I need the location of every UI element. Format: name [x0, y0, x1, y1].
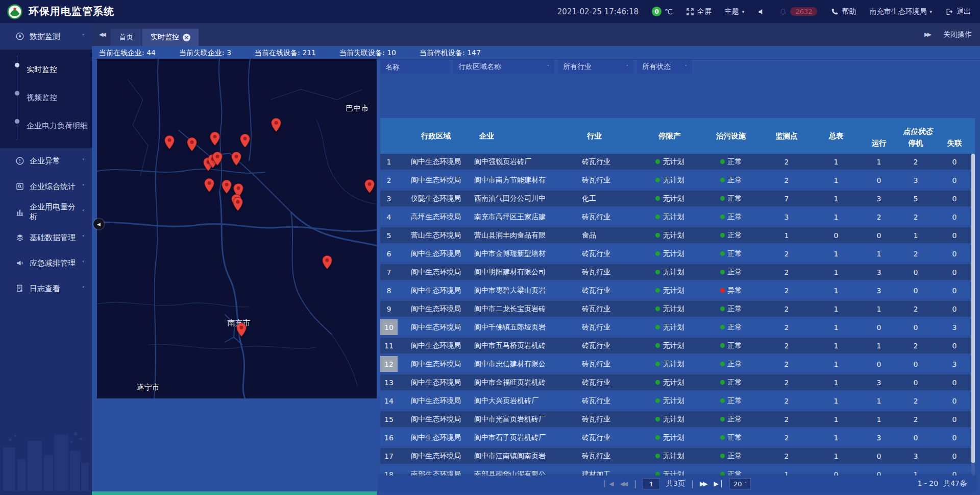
- map-pin-icon[interactable]: [271, 117, 282, 132]
- table-row[interactable]: 15 阆中生态环境局 阆中市光富页岩机砖厂 砖瓦行业 无计划 正常 2 1 1 …: [380, 411, 975, 427]
- status-dot-green: [655, 196, 660, 201]
- sidebar-group-data-monitoring[interactable]: 数据监测 ˅: [0, 23, 92, 50]
- map-pin-icon[interactable]: [210, 131, 220, 146]
- cell-company: 阆中明阳建材有限公司: [474, 268, 582, 277]
- sidebar-group[interactable]: 应急减排管理 ˂: [0, 250, 92, 276]
- cell-company: 阆中市光富页岩机砖厂: [474, 415, 582, 424]
- cell-lost: 0: [934, 397, 975, 405]
- cell-points: 2: [762, 268, 812, 276]
- cell-limit: 无计划: [639, 268, 700, 277]
- cell-limit: 无计划: [639, 323, 700, 332]
- cell-lost: 0: [934, 268, 975, 276]
- table-row[interactable]: 5 营山生态环境局 营山县润丰肉食品有限 食品 无计划 正常 1 0 0 1 0: [380, 227, 975, 243]
- table-scrollbar[interactable]: [971, 154, 975, 476]
- tab-label: 实时监控: [151, 33, 179, 42]
- sidebar-group[interactable]: 企业用电量分析 ˂: [0, 199, 92, 225]
- prev-page-button[interactable]: ◀◀: [620, 480, 627, 487]
- table-row[interactable]: 7 阆中生态环境局 阆中明阳建材有限公司 砖瓦行业 无计划 正常 2 1 3 0…: [380, 264, 975, 280]
- table-row[interactable]: 13 阆中生态环境局 阆中市金福旺页岩机砖 砖瓦行业 无计划 正常 2 1 3 …: [380, 374, 975, 390]
- region-filter-select[interactable]: 行政区域名称 ˅: [453, 60, 554, 74]
- tab-close-icon[interactable]: ×: [183, 34, 190, 41]
- table-row[interactable]: 2 阆中生态环境局 阆中市南方节能建材有 砖瓦行业 无计划 正常 2 1 0 3…: [380, 172, 975, 188]
- sidebar-group-label: 企业异常: [30, 156, 82, 166]
- map-pin-icon[interactable]: [212, 151, 223, 166]
- map-pin-icon[interactable]: [240, 133, 251, 148]
- last-page-button[interactable]: ▶: [714, 480, 723, 487]
- table-row[interactable]: 9 阆中生态环境局 阆中市二龙长宝页岩砖 砖瓦行业 无计划 正常 2 1 1 2…: [380, 301, 975, 317]
- first-page-button[interactable]: ◀: [604, 480, 614, 487]
- table-row[interactable]: 17 阆中生态环境局 阆中市江南镇阆南页岩 砖瓦行业 无计划 正常 2 1 0 …: [380, 448, 975, 464]
- map-pin-icon[interactable]: [164, 135, 175, 150]
- sidebar-group[interactable]: 日志查看 ˂: [0, 276, 92, 301]
- map-panel[interactable]: 巴中市 南充市 遂宁市: [97, 59, 377, 398]
- table-row[interactable]: 1 阆中生态环境局 阆中强锐页岩砖厂 砖瓦行业 无计划 正常 2 1 1 2 0: [380, 154, 975, 170]
- cell-limit: 无计划: [639, 213, 700, 222]
- chevron-down-icon: ˅: [547, 64, 550, 69]
- table-row[interactable]: 11 阆中生态环境局 阆中市五马桥页岩机砖 砖瓦行业 无计划 正常 2 1 1 …: [380, 338, 975, 353]
- table-row[interactable]: 10 阆中生态环境局 阆中千佛镇五郎垭页岩 砖瓦行业 无计划 正常 2 1 0 …: [380, 319, 975, 335]
- cell-meters: 1: [812, 323, 861, 332]
- map-pin-icon[interactable]: [233, 197, 243, 211]
- sidebar-group[interactable]: 企业异常 ˂: [0, 148, 92, 174]
- sidebar-subitem[interactable]: 实时监控: [0, 56, 92, 84]
- cell-points: 2: [762, 434, 812, 442]
- tab-home[interactable]: 首页: [111, 29, 141, 46]
- megaphone-icon: [15, 258, 24, 268]
- temperature-unit: ℃: [665, 8, 673, 16]
- logout-label: 退出: [957, 7, 971, 16]
- scrollbar-thumb[interactable]: [971, 154, 975, 463]
- notifications-button[interactable]: 2632: [779, 7, 817, 16]
- cell-company: 阆中强锐页岩砖厂: [474, 157, 582, 167]
- col-industry: 行业: [582, 118, 639, 154]
- industry-filter-select[interactable]: 所有行业 ˅: [558, 60, 633, 74]
- row-index: 4: [380, 209, 398, 225]
- status-dot-green: [655, 380, 660, 385]
- sidebar-group[interactable]: 基础数据管理 ˂: [0, 225, 92, 250]
- table-row[interactable]: 8 阆中生态环境局 阆中市枣碧大梁山页岩 砖瓦行业 无计划 异常 2 1 3 0…: [380, 282, 975, 298]
- table-row[interactable]: 14 阆中生态环境局 阆中大兴页岩机砖厂 砖瓦行业 无计划 正常 2 1 1 2…: [380, 393, 975, 409]
- logout-button[interactable]: 退出: [945, 7, 971, 16]
- sidebar-collapse-handle[interactable]: ◀: [93, 219, 104, 229]
- table-row[interactable]: 3 仪陇生态环境局 西南油气田分公司川中 化工 无计划 正常 7 1 3 5 0: [380, 191, 975, 206]
- map-pin-icon[interactable]: [231, 151, 242, 166]
- map-pin-icon[interactable]: [204, 178, 215, 193]
- help-button[interactable]: 帮助: [830, 7, 856, 16]
- page-number-input[interactable]: [643, 478, 660, 489]
- cell-points: 2: [762, 323, 812, 332]
- name-filter-input[interactable]: [380, 60, 450, 74]
- total-pages-label: 共3页: [666, 479, 685, 488]
- cell-stop: 2: [897, 397, 934, 405]
- cell-stop: 0: [897, 434, 934, 442]
- tabs-scroll-left-icon[interactable]: ◀◀: [99, 31, 105, 38]
- cell-limit: 无计划: [639, 452, 700, 461]
- table-row[interactable]: 4 高坪生态环境局 南充市高坪区王家店建 砖瓦行业 无计划 正常 3 1 2 2…: [380, 209, 975, 225]
- next-page-button[interactable]: ▶▶: [700, 480, 707, 487]
- sidebar-subitem[interactable]: 企业电力负荷明细: [0, 112, 92, 140]
- table-row[interactable]: 16 阆中生态环境局 阆中市石子页岩机砖厂 砖瓦行业 无计划 正常 2 1 3 …: [380, 430, 975, 445]
- fullscreen-button[interactable]: 全屏: [686, 7, 712, 16]
- page-size-select[interactable]: 20 ˅: [729, 478, 751, 489]
- org-dropdown[interactable]: 南充市生态环境局 ▾: [869, 7, 932, 16]
- cell-lost: 3: [934, 360, 975, 368]
- map-pin-icon[interactable]: [236, 322, 247, 337]
- map-pin-icon[interactable]: [222, 179, 232, 194]
- map-pin-icon[interactable]: [187, 137, 198, 152]
- sound-toggle-button[interactable]: [757, 8, 766, 16]
- table-row[interactable]: 6 阆中生态环境局 阆中市金博瑞新型墙材 砖瓦行业 无计划 正常 2 1 1 2…: [380, 246, 975, 262]
- cell-facility: 正常: [700, 360, 762, 369]
- tab-realtime-monitoring[interactable]: 实时监控 ×: [142, 29, 199, 46]
- sidebar-subitem[interactable]: 视频监控: [0, 84, 92, 112]
- map-pin-icon[interactable]: [322, 255, 333, 270]
- cell-industry: 砖瓦行业: [582, 341, 639, 350]
- table-row[interactable]: 12 阆中生态环境局 阆中市忠信建材有限公 砖瓦行业 无计划 正常 2 1 0 …: [380, 356, 975, 372]
- sidebar-group[interactable]: 企业综合统计 ˂: [0, 174, 92, 199]
- table-row[interactable]: 18 南部生态环境局 南部县砌华山泥有限公 建材加工 无计划 正常 1 0 0 …: [380, 466, 975, 476]
- cell-region: 南部生态环境局: [398, 470, 474, 476]
- tabs-scroll-right-icon[interactable]: ▶▶: [924, 31, 930, 38]
- status-filter-select[interactable]: 所有状态 ˅: [637, 60, 692, 74]
- close-operations-button[interactable]: 关闭操作: [943, 30, 972, 39]
- map-pin-icon[interactable]: [364, 179, 375, 194]
- theme-dropdown[interactable]: 主题 ▾: [725, 7, 745, 16]
- row-index: 8: [380, 282, 398, 298]
- cell-stop: 0: [897, 323, 934, 332]
